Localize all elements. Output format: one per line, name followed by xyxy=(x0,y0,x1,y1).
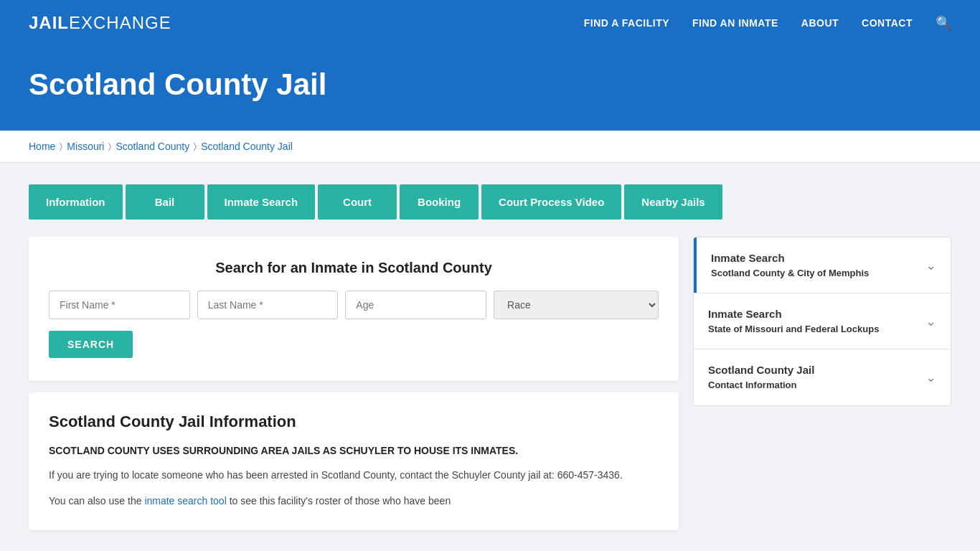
breadcrumb: Home 〉 Missouri 〉 Scotland County 〉 Scot… xyxy=(29,141,951,152)
tab-court[interactable]: Court xyxy=(318,184,397,220)
breadcrumb-scotland-county[interactable]: Scotland County xyxy=(116,141,189,152)
sidebar-item-text-3: Scotland County Jail Contact Information xyxy=(708,362,918,392)
search-form: Race White Black Hispanic Asian Native A… xyxy=(49,291,659,319)
first-name-input[interactable] xyxy=(49,291,190,319)
inmate-search-tool-link[interactable]: inmate search tool xyxy=(144,495,226,507)
sidebar-item-contact-info: Scotland County Jail Contact Information… xyxy=(694,349,951,405)
nav-about[interactable]: ABOUT xyxy=(801,17,839,29)
main-nav: FIND A FACILITY FIND AN INMATE ABOUT CON… xyxy=(584,15,951,31)
content-area: Information Bail Inmate Search Court Boo… xyxy=(0,163,980,551)
search-heading: Search for an Inmate in Scotland County xyxy=(49,260,659,276)
info-bold-notice: SCOTLAND COUNTY USES SURROUNDING AREA JA… xyxy=(49,443,659,458)
main-grid: Search for an Inmate in Scotland County … xyxy=(29,237,951,530)
breadcrumb-bar: Home 〉 Missouri 〉 Scotland County 〉 Scot… xyxy=(0,131,980,163)
tab-bail[interactable]: Bail xyxy=(126,184,204,220)
hero-section: Scotland County Jail xyxy=(0,46,980,131)
breadcrumb-sep-1: 〉 xyxy=(60,141,62,151)
tab-booking[interactable]: Booking xyxy=(400,184,479,220)
sidebar-item-inmate-search-missouri: Inmate Search State of Missouri and Fede… xyxy=(694,293,951,349)
search-card: Search for an Inmate in Scotland County … xyxy=(29,237,679,381)
sidebar-item-inmate-search-scotland: Inmate Search Scotland County & City of … xyxy=(694,237,951,293)
info-p2-after: to see this facility's roster of those w… xyxy=(227,495,451,507)
info-paragraph-1: If you are trying to locate someone who … xyxy=(49,467,659,484)
info-heading: Scotland County Jail Information xyxy=(49,413,659,431)
sidebar-item-text-2: Inmate Search State of Missouri and Fede… xyxy=(708,306,918,336)
age-input[interactable] xyxy=(345,291,486,319)
sidebar-item-title-1: Inmate Search xyxy=(711,250,918,265)
logo-exchange: EXCHANGE xyxy=(69,13,171,32)
breadcrumb-sep-3: 〉 xyxy=(194,141,197,151)
sidebar-item-header-3[interactable]: Scotland County Jail Contact Information… xyxy=(694,349,951,405)
sidebar-item-header-2[interactable]: Inmate Search State of Missouri and Fede… xyxy=(694,293,951,349)
info-p2-before: You can also use the xyxy=(49,495,144,507)
info-paragraph-2: You can also use the inmate search tool … xyxy=(49,493,659,510)
sidebar-item-subtitle-2: State of Missouri and Federal Lockups xyxy=(708,323,918,336)
search-icon[interactable]: 🔍 xyxy=(936,15,951,31)
breadcrumb-current[interactable]: Scotland County Jail xyxy=(201,141,293,152)
breadcrumb-sep-2: 〉 xyxy=(108,141,111,151)
site-header: JAILEXCHANGE FIND A FACILITY FIND AN INM… xyxy=(0,0,980,46)
logo-jail: JAIL xyxy=(29,13,69,32)
tabs-bar: Information Bail Inmate Search Court Boo… xyxy=(29,184,951,220)
chevron-down-icon-3: ⌄ xyxy=(925,369,936,385)
sidebar-item-title-2: Inmate Search xyxy=(708,306,918,321)
nav-contact[interactable]: CONTACT xyxy=(862,17,913,29)
sidebar-item-text-1: Inmate Search Scotland County & City of … xyxy=(711,250,918,280)
site-logo[interactable]: JAILEXCHANGE xyxy=(29,13,171,33)
sidebar-item-subtitle-3: Contact Information xyxy=(708,379,918,392)
info-card: Scotland County Jail Information SCOTLAN… xyxy=(29,392,679,530)
breadcrumb-home[interactable]: Home xyxy=(29,141,55,152)
page-title: Scotland County Jail xyxy=(29,67,951,102)
tab-inmate-search[interactable]: Inmate Search xyxy=(207,184,316,220)
chevron-down-icon-2: ⌄ xyxy=(925,314,936,329)
last-name-input[interactable] xyxy=(197,291,339,319)
sidebar-item-title-3: Scotland County Jail xyxy=(708,362,918,377)
left-panel: Search for an Inmate in Scotland County … xyxy=(29,237,679,530)
tab-information[interactable]: Information xyxy=(29,184,123,220)
right-panel: Inmate Search Scotland County & City of … xyxy=(693,237,951,406)
race-select[interactable]: Race White Black Hispanic Asian Native A… xyxy=(494,291,659,319)
search-button[interactable]: SEARCH xyxy=(49,331,133,358)
tab-nearby-jails[interactable]: Nearby Jails xyxy=(624,184,722,220)
nav-find-inmate[interactable]: FIND AN INMATE xyxy=(692,17,778,29)
sidebar-item-subtitle-1: Scotland County & City of Memphis xyxy=(711,267,918,280)
chevron-down-icon-1: ⌄ xyxy=(925,258,936,273)
sidebar-item-header-1[interactable]: Inmate Search Scotland County & City of … xyxy=(694,237,951,293)
tab-court-process-video[interactable]: Court Process Video xyxy=(481,184,621,220)
breadcrumb-missouri[interactable]: Missouri xyxy=(67,141,104,152)
nav-find-facility[interactable]: FIND A FACILITY xyxy=(584,17,669,29)
